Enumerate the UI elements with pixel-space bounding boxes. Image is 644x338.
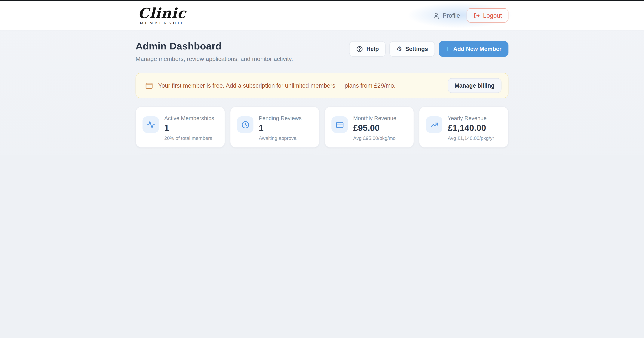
add-new-member-button[interactable]: + Add New Member	[438, 41, 508, 57]
settings-button[interactable]: ⚙ Settings	[390, 41, 435, 57]
stats-row: Active Memberships 1 20% of total member…	[136, 107, 508, 148]
stat-card-yearly-revenue: Yearly Revenue £1,140.00 Avg £1,140.00/p…	[419, 107, 508, 148]
credit-card-icon	[332, 116, 348, 133]
settings-label: Settings	[405, 46, 428, 52]
stat-value: 1	[164, 123, 214, 133]
main-content: Admin Dashboard Manage members, review a…	[136, 31, 508, 154]
activity-icon	[142, 116, 159, 133]
gear-icon: ⚙	[396, 45, 402, 53]
credit-card-icon	[145, 81, 153, 90]
profile-button[interactable]: Profile	[432, 12, 460, 19]
help-label: Help	[366, 46, 379, 52]
billing-banner: Your first member is free. Add a subscri…	[136, 73, 508, 98]
page-subtitle: Manage members, review applications, and…	[136, 55, 293, 62]
stat-card-active-memberships: Active Memberships 1 20% of total member…	[136, 107, 225, 148]
stat-card-pending-reviews: Pending Reviews 1 Awaiting approval	[230, 107, 320, 148]
user-icon	[432, 12, 440, 19]
clinic-logo[interactable]: Clinic MEMBERSHIP	[138, 6, 186, 25]
banner-message: Your first member is free. Add a subscri…	[158, 82, 448, 89]
help-icon	[356, 46, 363, 52]
app-header: Clinic MEMBERSHIP Profile Logout	[0, 1, 644, 31]
plus-icon: +	[446, 45, 450, 53]
help-button[interactable]: Help	[349, 41, 386, 57]
stat-value: 1	[259, 123, 302, 133]
stat-value: £95.00	[353, 123, 396, 133]
profile-label: Profile	[442, 12, 460, 19]
manage-billing-button[interactable]: Manage billing	[448, 78, 502, 93]
add-member-label: Add New Member	[453, 46, 502, 52]
clock-icon	[237, 116, 254, 133]
trending-up-icon	[426, 116, 442, 133]
logout-label: Logout	[483, 12, 502, 19]
logout-button[interactable]: Logout	[466, 8, 508, 23]
stat-value: £1,140.00	[448, 123, 494, 133]
admin-dashboard-screen: Clinic MEMBERSHIP Profile Logout Admin D…	[0, 0, 644, 154]
stat-card-monthly-revenue: Monthly Revenue £95.00 Avg £95.00/pkg/mo	[324, 107, 414, 148]
logo-tagline: MEMBERSHIP	[139, 21, 185, 25]
page-title: Admin Dashboard	[136, 40, 293, 52]
logo-wordmark: Clinic	[138, 6, 186, 20]
logout-icon	[473, 12, 480, 19]
